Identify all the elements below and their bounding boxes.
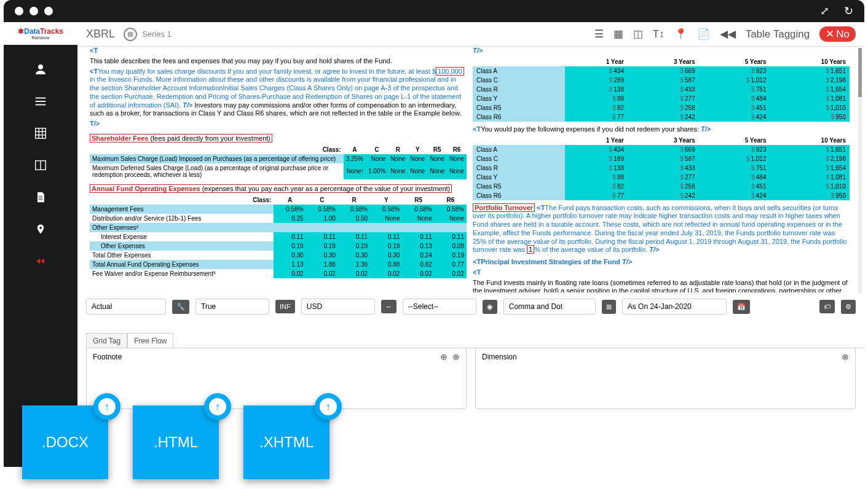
tb-list-icon[interactable]: ☰ [594, 28, 604, 41]
format-input[interactable] [503, 299, 596, 315]
fullscreen-icon[interactable]: ⤢ [820, 4, 829, 18]
document-right-column: T/> 1 Year3 Years5 Years10 Years Class A… [473, 47, 856, 292]
intro-text: This table describes the fees and expens… [90, 57, 467, 66]
svg-rect-1 [36, 98, 46, 99]
list-icon[interactable] [33, 94, 48, 109]
select-button[interactable]: ◉ [483, 300, 497, 314]
date-input[interactable] [622, 299, 727, 315]
dimension-panel: Dimension ⊗ [475, 348, 856, 409]
strategies-body: The Fund invests mainly in floating rate… [473, 279, 850, 293]
svg-rect-4 [36, 128, 46, 139]
select-input[interactable] [403, 299, 476, 315]
annual-expenses-heading[interactable]: Annual Fund Operating Expenses (expenses… [90, 184, 452, 193]
footnote-panel: Footnote ⊕ ⊗ [86, 348, 467, 409]
footnote-label: Footnote [93, 353, 122, 361]
qualify-text: <TYou may qualify for sales charge disco… [90, 68, 467, 119]
sidebar: ✱DataTracks Rainbow [4, 22, 77, 467]
upload-icon: ↑ [315, 393, 342, 420]
tab-grid-tag[interactable]: Grid Tag [86, 333, 127, 348]
series-icon: ▦ [124, 28, 137, 41]
calendar-button[interactable]: 📅 [733, 300, 750, 314]
columns-icon[interactable] [33, 158, 48, 173]
svg-rect-13 [39, 199, 43, 200]
tb-rewind-icon[interactable]: ◀◀ [720, 28, 736, 41]
tb-file-icon[interactable]: 📄 [697, 28, 710, 41]
xbrl-tag-close: T/> [90, 120, 467, 128]
tb-text-icon[interactable]: T↕ [653, 28, 665, 41]
xbrl-tag-open: <T [90, 47, 98, 54]
grid-icon[interactable] [33, 126, 48, 141]
page-title: XBRL [86, 28, 115, 41]
add-icon[interactable]: ⊕ [440, 352, 448, 362]
wrench-button[interactable]: 🔧 [172, 300, 189, 314]
tag-button[interactable]: 🏷 [819, 300, 835, 313]
document-icon[interactable] [33, 190, 48, 205]
portfolio-turnover: Portfolio Turnover <TThe Fund pays trans… [473, 204, 850, 255]
inf-button[interactable]: INF [275, 300, 295, 313]
refresh-icon[interactable]: ↻ [844, 4, 853, 18]
table-tagging-label: Table Tagging [746, 28, 810, 41]
minimize-dot[interactable] [30, 7, 38, 15]
docx-upload-badge[interactable]: .DOCX ↑ [22, 405, 108, 479]
tab-free-flow[interactable]: Free Flow [127, 333, 173, 348]
tagged-amount[interactable]: 100,000 [436, 67, 464, 76]
scrollbar[interactable] [858, 48, 862, 294]
currency-button[interactable]: ↔ [381, 300, 397, 313]
close-dot[interactable] [15, 7, 23, 15]
expense-table-1: 1 Year3 Years5 Years10 Years Class A$434… [473, 57, 850, 122]
svg-rect-2 [36, 101, 46, 102]
tagged-rate[interactable]: 1 [527, 245, 534, 254]
portfolio-turnover-heading[interactable]: Portfolio Turnover [473, 203, 535, 212]
format-button[interactable]: ⊞ [602, 300, 616, 314]
user-icon[interactable] [33, 62, 48, 77]
pin-icon[interactable] [33, 222, 48, 237]
svg-rect-11 [39, 196, 43, 197]
table-tagging-toggle[interactable]: ✕ No [819, 26, 856, 42]
redeem-note: <TYou would pay the following expenses i… [473, 125, 850, 134]
svg-rect-3 [36, 104, 46, 106]
actual-input[interactable] [86, 299, 166, 315]
close-icon[interactable]: ⊗ [842, 352, 849, 362]
window-titlebar: ⤢ ↻ [4, 0, 864, 22]
close-icon[interactable]: ⊗ [452, 352, 460, 362]
document-left-column: <T This table describes the fees and exp… [90, 47, 473, 292]
shareholder-fees-table: Class: ACRYR5R6 Maximum Sales Charge (Lo… [90, 145, 467, 179]
window-controls [15, 7, 53, 15]
svg-point-0 [38, 65, 43, 69]
maximize-dot[interactable] [44, 7, 53, 15]
gear-button[interactable]: ⚙ [841, 300, 856, 314]
tb-location-icon[interactable]: 📍 [674, 28, 687, 41]
dimension-body[interactable] [476, 366, 855, 409]
svg-point-14 [39, 227, 42, 229]
shareholder-fees-heading[interactable]: Shareholder Fees (fees paid directly fro… [90, 134, 272, 143]
expense-table-2: 1 Year3 Years5 Years10 Years Class A$434… [473, 136, 850, 200]
tb-table-icon[interactable]: ▦ [614, 28, 623, 41]
tb-columns-icon[interactable]: ◫ [633, 28, 643, 41]
rewind-icon[interactable] [33, 254, 48, 268]
toolbar: XBRL ▦ Series 1 ☰ ▦ ◫ T↕ 📍 📄 ◀◀ Table Ta… [77, 22, 864, 47]
html-upload-badge[interactable]: .HTML ↑ [133, 405, 219, 479]
strategies-heading: <TPrincipal Investment Strategies of the… [473, 258, 850, 267]
annual-expenses-table: Class: ACRYR5R6 Management Fees0.58%0.58… [90, 195, 467, 278]
series-selector[interactable]: ▦ Series 1 [124, 28, 172, 41]
svg-rect-12 [39, 198, 43, 198]
upload-icon: ↑ [204, 393, 231, 420]
dimension-label: Dimension [482, 353, 517, 361]
footnote-body[interactable] [87, 366, 466, 409]
xhtml-upload-badge[interactable]: .XHTML ↑ [243, 405, 329, 479]
true-input[interactable] [195, 299, 269, 315]
currency-input[interactable] [301, 299, 375, 315]
upload-icon: ↑ [93, 393, 120, 420]
logo: ✱DataTracks Rainbow [4, 22, 77, 45]
tag-controls: 🔧 INF ↔ ◉ ⊞ 📅 🏷 ⚙ [77, 292, 864, 321]
